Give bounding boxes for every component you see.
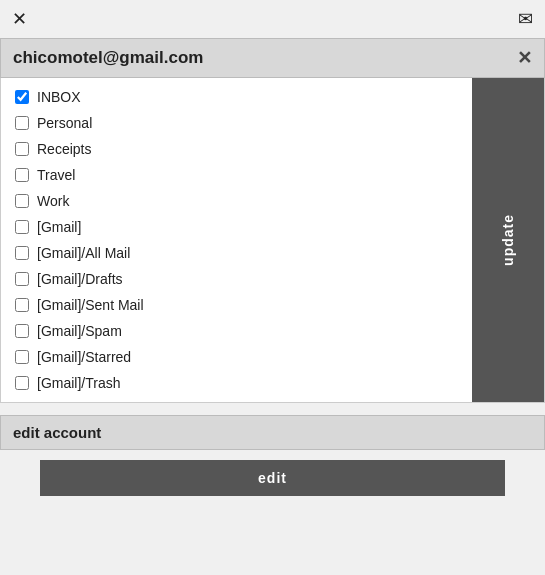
update-button-container: update <box>472 78 544 402</box>
folder-item-gmail-trash[interactable]: [Gmail]/Trash <box>1 370 472 396</box>
folder-label-gmail-sentmail: [Gmail]/Sent Mail <box>37 297 144 313</box>
folder-label-gmail-starred: [Gmail]/Starred <box>37 349 131 365</box>
folder-item-work[interactable]: Work <box>1 188 472 214</box>
edit-button[interactable]: edit <box>40 460 505 496</box>
folder-checkbox-receipts[interactable] <box>15 142 29 156</box>
folder-checkbox-gmail-trash[interactable] <box>15 376 29 390</box>
edit-account-header: edit account <box>0 415 545 450</box>
folder-label-gmail-allmail: [Gmail]/All Mail <box>37 245 130 261</box>
folder-list: INBOXPersonalReceiptsTravelWork[Gmail][G… <box>1 78 472 402</box>
folder-label-travel: Travel <box>37 167 75 183</box>
update-button[interactable]: update <box>500 214 516 266</box>
folder-label-gmail-trash: [Gmail]/Trash <box>37 375 121 391</box>
folder-item-gmail-drafts[interactable]: [Gmail]/Drafts <box>1 266 472 292</box>
folder-label-work: Work <box>37 193 69 209</box>
folder-item-travel[interactable]: Travel <box>1 162 472 188</box>
folder-item-gmail-starred[interactable]: [Gmail]/Starred <box>1 344 472 370</box>
folder-checkbox-gmail[interactable] <box>15 220 29 234</box>
close-account-button[interactable]: ✕ <box>517 47 532 69</box>
wrench-icon[interactable]: ✕ <box>12 8 27 30</box>
folder-checkbox-work[interactable] <box>15 194 29 208</box>
edit-account-body: edit <box>0 450 545 506</box>
folder-label-inbox: INBOX <box>37 89 81 105</box>
folder-checkbox-personal[interactable] <box>15 116 29 130</box>
account-email: chicomotel@gmail.com <box>13 48 203 68</box>
folder-checkbox-gmail-starred[interactable] <box>15 350 29 364</box>
edit-account-section: edit account edit <box>0 415 545 506</box>
folder-checkbox-gmail-drafts[interactable] <box>15 272 29 286</box>
folder-item-personal[interactable]: Personal <box>1 110 472 136</box>
folder-item-gmail-spam[interactable]: [Gmail]/Spam <box>1 318 472 344</box>
folder-item-inbox[interactable]: INBOX <box>1 84 472 110</box>
folder-label-personal: Personal <box>37 115 92 131</box>
top-bar: ✕ ✉ <box>0 0 545 38</box>
folder-label-gmail: [Gmail] <box>37 219 81 235</box>
folder-label-gmail-drafts: [Gmail]/Drafts <box>37 271 123 287</box>
account-header: chicomotel@gmail.com ✕ <box>0 38 545 78</box>
folder-checkbox-travel[interactable] <box>15 168 29 182</box>
folder-label-receipts: Receipts <box>37 141 91 157</box>
folder-item-gmail-allmail[interactable]: [Gmail]/All Mail <box>1 240 472 266</box>
folder-list-container: INBOXPersonalReceiptsTravelWork[Gmail][G… <box>0 78 545 403</box>
folder-item-receipts[interactable]: Receipts <box>1 136 472 162</box>
folder-checkbox-gmail-sentmail[interactable] <box>15 298 29 312</box>
folder-checkbox-gmail-spam[interactable] <box>15 324 29 338</box>
mail-icon[interactable]: ✉ <box>518 8 533 30</box>
folder-label-gmail-spam: [Gmail]/Spam <box>37 323 122 339</box>
folder-checkbox-inbox[interactable] <box>15 90 29 104</box>
folder-checkbox-gmail-allmail[interactable] <box>15 246 29 260</box>
folder-item-gmail-sentmail[interactable]: [Gmail]/Sent Mail <box>1 292 472 318</box>
folder-item-gmail[interactable]: [Gmail] <box>1 214 472 240</box>
